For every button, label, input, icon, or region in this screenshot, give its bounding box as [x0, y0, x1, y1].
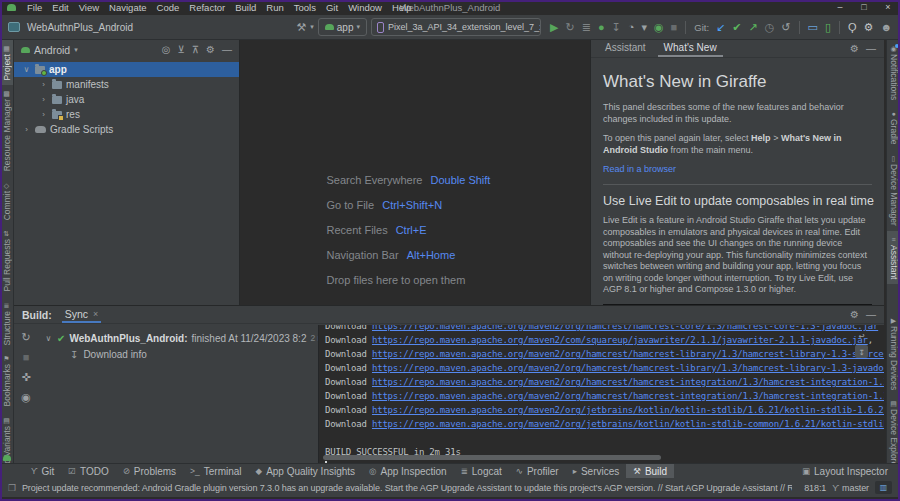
stripe-tab-device-manager[interactable]: ▯Device Manager [887, 150, 900, 231]
stripe-tab-assistant[interactable]: ≡Assistant [887, 231, 900, 285]
menu-run[interactable]: Run [261, 0, 288, 15]
tree-node-java[interactable]: ›java [14, 92, 239, 107]
sync-tab[interactable]: Sync × [62, 306, 102, 323]
stripe-tab-structure[interactable]: ≣Structure [0, 297, 13, 351]
toolwindow-button-profiler[interactable]: ∿Profiler [509, 464, 566, 478]
build-hammer-icon[interactable]: ⚒ [296, 22, 306, 33]
console-url-link[interactable]: https://repo.maven.apache.org/maven2/org… [372, 377, 884, 387]
stripe-tab-notifications[interactable]: ◉Notifications [887, 40, 900, 105]
chevron-down-icon[interactable]: ▾ [74, 46, 78, 54]
settings-icon[interactable]: ⚙ [850, 44, 859, 54]
close-button[interactable]: × [876, 0, 900, 15]
chevron-right-icon[interactable]: › [39, 95, 48, 104]
menu-window[interactable]: Window [343, 0, 387, 15]
menu-help[interactable]: Help [387, 0, 417, 15]
git-update-icon[interactable]: ↙ [716, 22, 725, 33]
download-info-row[interactable]: ↧ Download info [38, 346, 318, 362]
tab-what-s-new[interactable]: What's New [658, 40, 723, 57]
console-url-link[interactable]: https://repo.maven.apache.org/maven2/org… [372, 391, 884, 401]
hide-panel-icon[interactable]: — [222, 45, 232, 55]
editor-area[interactable]: Search EverywhereDouble ShiftGo to FileC… [241, 40, 590, 305]
tree-node-gradle-scripts[interactable]: ›Gradle Scripts [14, 122, 239, 137]
collapse-all-icon[interactable]: ⊼ [192, 45, 199, 55]
toolwindow-button-build[interactable]: ⚒Build [626, 464, 674, 478]
toolwindow-button-git[interactable]: ϒGit [24, 464, 61, 478]
status-message[interactable]: Project update recommended: Android Grad… [22, 483, 792, 493]
menu-refactor[interactable]: Refactor [184, 0, 230, 15]
rerun-sync-icon[interactable]: ↻ [21, 332, 30, 343]
stripe-tab-bookmarks[interactable]: ⚑Bookmarks [0, 350, 13, 412]
profiler-gauge-icon[interactable]: ◔ [628, 22, 635, 33]
stripe-tab-project[interactable]: ▦Project [0, 40, 13, 85]
toolwindow-button-terminal[interactable]: >_Terminal [183, 464, 249, 478]
console-url-link[interactable]: https://repo.maven.apache.org/maven2/org… [372, 419, 884, 429]
chevron-right-icon[interactable]: › [22, 125, 31, 134]
run-config-dropdown[interactable]: app ▾ [318, 18, 367, 36]
soft-wrap-icon[interactable]: ↩ [859, 331, 865, 341]
hide-panel-icon[interactable]: — [866, 44, 876, 54]
minimize-button[interactable]: – [828, 0, 852, 15]
git-rollback-icon[interactable]: ↺ [781, 22, 790, 33]
stop-icon[interactable]: ■ [23, 352, 30, 363]
device-mirroring-icon[interactable]: ▭ [808, 22, 818, 33]
git-commit-icon[interactable]: ✔ [732, 22, 741, 33]
search-everywhere-icon[interactable]: Ϙ [848, 22, 857, 33]
caret-position[interactable]: 818:1 [804, 483, 826, 493]
project-view-selector[interactable]: Android [34, 44, 70, 56]
menu-code[interactable]: Code [152, 0, 185, 15]
console-url-link[interactable]: https://repo.maven.apache.org/maven2/org… [372, 405, 884, 415]
chevron-down-icon[interactable]: ▾ [310, 23, 314, 31]
console-url-link[interactable]: https://repo.maven.apache.org/maven2/org… [372, 363, 884, 373]
apply-code-changes-icon[interactable]: ≣ [582, 22, 591, 33]
stripe-tab-device-explorer[interactable]: ▤Device Explorer [887, 395, 900, 463]
apply-changes-icon[interactable]: ↻ [565, 22, 574, 33]
stripe-tab-resource-manager[interactable]: ▩Resource Manager [0, 85, 13, 176]
chevron-down-icon[interactable]: ∨ [44, 334, 53, 343]
toolwindow-button-services[interactable]: ▸Services [566, 464, 627, 478]
settings-icon[interactable]: ⚙ [206, 45, 215, 55]
chevron-right-icon[interactable]: › [39, 80, 48, 89]
toolwindow-button-app-inspection[interactable]: ◎App Inspection [362, 464, 454, 478]
toolwindow-button-logcat[interactable]: ≣Logcat [454, 464, 509, 478]
chevron-down-icon[interactable]: ∨ [22, 65, 31, 74]
profile-app-icon[interactable]: ◉ [654, 22, 664, 33]
reader-mode-icon[interactable]: ▥ [875, 481, 892, 494]
stripe-tab-commit[interactable]: ◇Commit [0, 177, 13, 225]
horizontal-scrollbar[interactable] [323, 455, 661, 460]
console-url-link[interactable]: https://repo.maven.apache.org/maven2/org… [372, 325, 878, 331]
build-console[interactable]: Download https://repo.maven.apache.org/m… [318, 325, 884, 463]
expand-all-icon[interactable]: ⊻ [177, 45, 184, 55]
git-history-icon[interactable]: ◷ [765, 22, 775, 33]
maximize-button[interactable]: □ [852, 0, 876, 15]
pin-icon[interactable]: ✜ [21, 372, 30, 383]
attach-debugger-icon[interactable]: ↧ [612, 22, 621, 33]
settings-icon[interactable]: ⚙ [864, 22, 874, 33]
git-branch-widget[interactable]: ϒ master [832, 483, 869, 493]
close-icon[interactable]: × [93, 309, 98, 319]
toolwindow-button-todo[interactable]: ☑TODO [61, 464, 115, 478]
toolbar-project-name[interactable]: WebAuthnPlus_Android [27, 22, 133, 33]
scroll-to-end-icon[interactable]: ↧ [855, 345, 868, 358]
toolwindow-button-problems[interactable]: ⊘Problems [116, 464, 183, 478]
run-icon[interactable]: ▶ [550, 22, 558, 33]
menu-navigate[interactable]: Navigate [104, 0, 152, 15]
profiler-dropdown-icon[interactable]: ▾ [641, 22, 647, 33]
menu-file[interactable]: File [22, 0, 47, 15]
tree-node-manifests[interactable]: ›manifests [14, 77, 239, 92]
menu-build[interactable]: Build [230, 0, 261, 15]
toolwindow-button-app-quality-insights[interactable]: ◆App Quality Insights [249, 464, 362, 478]
git-push-icon[interactable]: ↗ [748, 22, 757, 33]
tree-node-app[interactable]: ∨app [14, 62, 239, 77]
tab-assistant[interactable]: Assistant [599, 40, 652, 57]
menu-tools[interactable]: Tools [289, 0, 321, 15]
locate-file-icon[interactable]: ◎ [162, 45, 171, 55]
layout-inspector-button[interactable]: ▣ Layout Inspector [802, 466, 888, 477]
chevron-right-icon[interactable]: › [39, 110, 48, 119]
filter-icon[interactable]: ◉ [21, 392, 31, 403]
stripe-tab-gradle[interactable]: ●Gradle [887, 105, 900, 150]
menu-edit[interactable]: Edit [47, 0, 73, 15]
debug-icon[interactable]: ● [598, 22, 605, 33]
read-in-browser-link[interactable]: Read in a browser [603, 164, 872, 174]
build-tree-root-row[interactable]: ∨ ✔ WebAuthnPlus_Android: finished At 11… [38, 330, 318, 346]
console-url-link[interactable]: https://repo.maven.apache.org/maven2/org… [372, 349, 884, 359]
